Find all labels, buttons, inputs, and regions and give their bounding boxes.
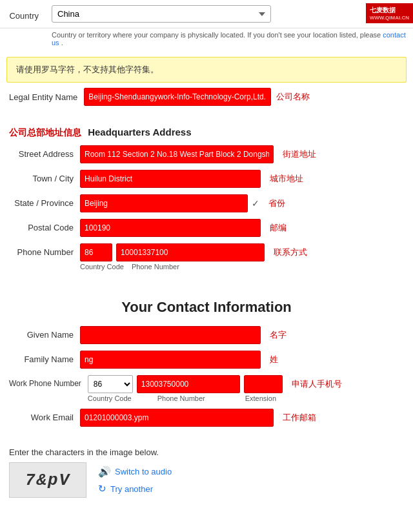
state-province-wrap: ✓ 省份 [80,194,404,212]
headquarters-heading-cn: 公司总部地址信息 [9,127,81,138]
captcha-actions: 🔊 Switch to audio ↻ Try another [98,466,172,495]
work-email-row: Work Email 工作邮箱 [9,409,404,427]
work-email-label: Work Email [9,409,80,422]
state-province-input[interactable] [80,194,248,212]
refresh-icon: ↻ [98,483,106,495]
headquarters-section: 公司总部地址信息 Headquarters Address Street Add… [0,112,413,282]
street-address-annotation: 街道地址 [277,148,316,160]
town-city-label: Town / City [9,170,80,183]
work-phone-row: Work Phone Number 86 申请人手机号 Country Code… [9,375,404,402]
switch-audio-button[interactable]: 🔊 Switch to audio [98,466,172,478]
try-another-button[interactable]: ↻ Try another [98,483,172,495]
headquarters-heading: 公司总部地址信息 Headquarters Address [9,127,404,139]
legal-entity-input[interactable] [84,88,271,106]
town-city-wrap: 城市地址 [80,170,404,188]
given-name-wrap: 名字 [80,326,404,344]
state-dropdown-icon[interactable]: ✓ [252,198,259,209]
phone-sub-labels: Country Code Phone Number [80,263,404,271]
phone-number-annotation: 联系方式 [268,247,307,258]
phone-country-code-input[interactable] [80,243,112,261]
postal-code-input[interactable] [80,219,261,237]
captcha-label: Enter the characters in the image below. [9,447,404,457]
street-address-input[interactable] [80,145,274,163]
legal-entity-row: Legal Entity Name 公司名称 [0,88,413,106]
state-province-row: State / Province ✓ 省份 [9,194,404,212]
street-address-label: Street Address [9,145,80,159]
warning-text: 请使用罗马字符，不支持其他字符集。 [16,65,159,74]
phone-number-input[interactable] [116,243,265,261]
work-phone-number-input[interactable] [137,375,240,393]
warning-box: 请使用罗马字符，不支持其他字符集。 [6,57,407,83]
family-name-wrap: 姓 [80,351,404,369]
captcha-row: 7&pV 🔊 Switch to audio ↻ Try another [9,462,404,498]
contact-section: Your Contact Information Given Name 名字 F… [0,282,413,438]
captcha-image: 7&pV [9,462,86,498]
given-name-label: Given Name [9,326,80,340]
legal-entity-annotation: 公司名称 [271,91,310,103]
postal-code-annotation: 邮编 [265,222,287,234]
phone-sub-label-num: Phone Number [132,263,179,271]
street-address-row: Street Address 街道地址 [9,145,404,163]
country-select[interactable]: China [52,5,271,23]
country-hint: Country or territory where your company … [0,28,413,52]
work-phone-country-select[interactable]: 86 [88,375,133,393]
street-address-wrap: 街道地址 [80,145,404,163]
work-phone-wrap: 86 申请人手机号 Country Code Phone Number Exte… [88,375,404,402]
captcha-section: Enter the characters in the image below.… [0,438,413,504]
postal-code-label: Postal Code [9,219,80,232]
work-phone-annotation: 申请人手机号 [287,378,342,390]
contact-heading: Your Contact Information [9,299,404,316]
headquarters-heading-en: Headquarters Address [88,127,191,138]
phone-number-wrap: 联系方式 Country Code Phone Number [80,243,404,271]
family-name-annotation: 姓 [265,354,278,365]
work-email-input[interactable] [80,409,274,427]
postal-code-wrap: 邮编 [80,219,404,237]
work-phone-sub-ext: Extension [245,394,276,402]
work-phone-label: Work Phone Number [9,375,88,388]
work-email-annotation: 工作邮箱 [277,412,316,424]
work-phone-extension-input[interactable] [244,375,283,393]
postal-code-row: Postal Code 邮编 [9,219,404,237]
work-phone-sub-labels: Country Code Phone Number Extension [88,394,404,402]
phone-sub-label-cc: Country Code [80,263,124,271]
audio-icon: 🔊 [98,466,111,478]
state-province-label: State / Province [9,194,80,208]
captcha-text: 7&pV [25,471,70,490]
try-another-label: Try another [110,484,153,494]
given-name-annotation: 名字 [265,329,287,341]
country-label: Country [6,7,45,21]
given-name-input[interactable] [80,326,261,344]
phone-number-row: Phone Number 联系方式 Country Code Phone Num… [9,243,404,271]
phone-number-label: Phone Number [9,243,80,257]
legal-entity-label: Legal Entity Name [9,92,84,102]
work-email-wrap: 工作邮箱 [80,409,404,427]
town-city-row: Town / City 城市地址 [9,170,404,188]
family-name-input[interactable] [80,351,261,369]
family-name-label: Family Name [9,351,80,364]
work-phone-sub-cc: Country Code [88,394,132,402]
country-row: Country China [0,0,413,28]
family-name-row: Family Name 姓 [9,351,404,369]
given-name-row: Given Name 名字 [9,326,404,344]
switch-audio-label: Switch to audio [115,467,172,476]
town-city-annotation: 城市地址 [265,173,303,185]
work-phone-sub-num: Phone Number [157,394,205,402]
state-province-annotation: 省份 [263,198,285,209]
town-city-input[interactable] [80,170,261,188]
